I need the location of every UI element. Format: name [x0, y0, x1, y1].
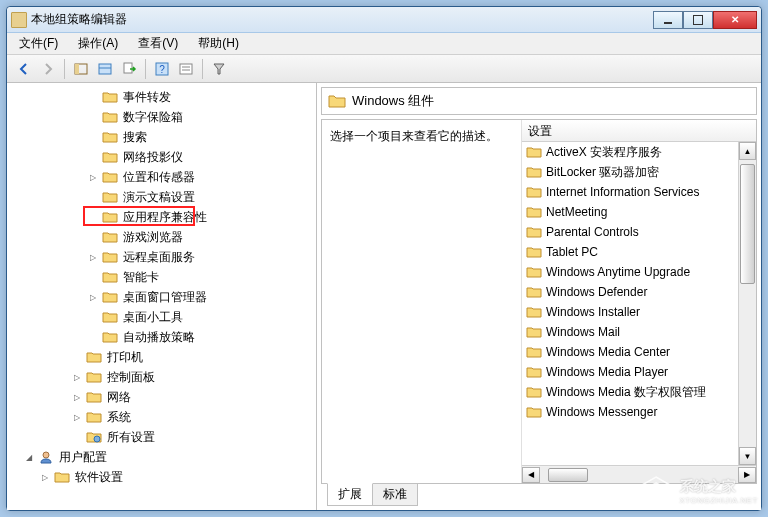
- list-item[interactable]: Windows Media Player: [522, 362, 738, 382]
- tree-label: 系统: [105, 408, 133, 427]
- minimize-button[interactable]: [653, 11, 683, 29]
- list-item[interactable]: Windows Anytime Upgrade: [522, 262, 738, 282]
- tree-label: 桌面小工具: [121, 308, 185, 327]
- tree-label: 网络投影仪: [121, 148, 185, 167]
- properties-button[interactable]: [175, 58, 197, 80]
- description-prompt: 选择一个项目来查看它的描述。: [330, 129, 498, 143]
- tree-expander[interactable]: [87, 111, 99, 123]
- tab-standard[interactable]: 标准: [372, 484, 418, 506]
- tree-item[interactable]: 所有设置: [7, 427, 316, 447]
- tree-item[interactable]: 演示文稿设置: [7, 187, 316, 207]
- menu-view[interactable]: 查看(V): [132, 33, 184, 54]
- tree-label: 远程桌面服务: [121, 248, 197, 267]
- list-item[interactable]: BitLocker 驱动器加密: [522, 162, 738, 182]
- list-item-label: Parental Controls: [546, 225, 639, 239]
- tree-item[interactable]: 搜索: [7, 127, 316, 147]
- tree-expander[interactable]: ◢: [23, 451, 35, 463]
- tree-expander[interactable]: ▷: [71, 411, 83, 423]
- list-item[interactable]: Tablet PC: [522, 242, 738, 262]
- horizontal-scrollbar[interactable]: ◀ ▶: [522, 465, 756, 483]
- tree-expander[interactable]: ▷: [87, 171, 99, 183]
- list-item[interactable]: Windows Mail: [522, 322, 738, 342]
- list-item[interactable]: Windows Media Center: [522, 342, 738, 362]
- scroll-thumb[interactable]: [740, 164, 755, 284]
- tree-item[interactable]: ▷网络: [7, 387, 316, 407]
- list-item[interactable]: Windows Messenger: [522, 402, 738, 422]
- tree-expander[interactable]: ▷: [71, 371, 83, 383]
- tree-item[interactable]: 自动播放策略: [7, 327, 316, 347]
- tree-item[interactable]: ▷位置和传感器: [7, 167, 316, 187]
- tree-item[interactable]: 数字保险箱: [7, 107, 316, 127]
- scroll-track[interactable]: [739, 160, 756, 447]
- scroll-thumb[interactable]: [548, 468, 588, 482]
- tree-expander[interactable]: [87, 131, 99, 143]
- list-item-label: Windows Media 数字权限管理: [546, 384, 706, 401]
- tree-item[interactable]: 智能卡: [7, 267, 316, 287]
- tree-expander[interactable]: [87, 151, 99, 163]
- list-item[interactable]: Windows Defender: [522, 282, 738, 302]
- tree-expander[interactable]: [87, 91, 99, 103]
- tree-expander[interactable]: [87, 211, 99, 223]
- menu-action[interactable]: 操作(A): [72, 33, 124, 54]
- settings-list[interactable]: ActiveX 安装程序服务BitLocker 驱动器加密Internet In…: [522, 142, 738, 465]
- tree-expander[interactable]: ▷: [87, 251, 99, 263]
- tree-label: 软件设置: [73, 468, 125, 487]
- tree-item[interactable]: 事件转发: [7, 87, 316, 107]
- tree-expander[interactable]: [87, 231, 99, 243]
- details-button[interactable]: [94, 58, 116, 80]
- vertical-scrollbar[interactable]: ▲ ▼: [738, 142, 756, 465]
- list-item[interactable]: NetMeeting: [522, 202, 738, 222]
- menu-file[interactable]: 文件(F): [13, 33, 64, 54]
- tree-item[interactable]: 打印机: [7, 347, 316, 367]
- list-item[interactable]: Parental Controls: [522, 222, 738, 242]
- scroll-down-button[interactable]: ▼: [739, 447, 756, 465]
- tree-expander[interactable]: [87, 271, 99, 283]
- tree-item[interactable]: ▷远程桌面服务: [7, 247, 316, 267]
- tree-label: 所有设置: [105, 428, 157, 447]
- help-button[interactable]: ?: [151, 58, 173, 80]
- tree-expander[interactable]: [87, 191, 99, 203]
- tree-expander[interactable]: ▷: [87, 291, 99, 303]
- tree-item[interactable]: ▷软件设置: [7, 467, 316, 487]
- tree-expander[interactable]: ▷: [71, 391, 83, 403]
- content-title: Windows 组件: [352, 92, 434, 110]
- tree-expander[interactable]: [87, 311, 99, 323]
- scroll-left-button[interactable]: ◀: [522, 467, 540, 483]
- tree-pane[interactable]: 事件转发数字保险箱搜索网络投影仪▷位置和传感器演示文稿设置应用程序兼容性游戏浏览…: [7, 83, 317, 510]
- maximize-button[interactable]: [683, 11, 713, 29]
- filter-button[interactable]: [208, 58, 230, 80]
- back-button[interactable]: [13, 58, 35, 80]
- tree-expander[interactable]: ▷: [39, 471, 51, 483]
- tree-item[interactable]: 网络投影仪: [7, 147, 316, 167]
- scroll-right-button[interactable]: ▶: [738, 467, 756, 483]
- scroll-track[interactable]: [540, 467, 738, 483]
- tree-item[interactable]: ▷系统: [7, 407, 316, 427]
- svg-point-11: [43, 452, 49, 458]
- list-item[interactable]: Windows Media 数字权限管理: [522, 382, 738, 402]
- close-button[interactable]: [713, 11, 757, 29]
- tree-expander[interactable]: [71, 431, 83, 443]
- scroll-up-button[interactable]: ▲: [739, 142, 756, 160]
- list-item-label: Windows Anytime Upgrade: [546, 265, 690, 279]
- tree-expander[interactable]: [87, 331, 99, 343]
- titlebar[interactable]: 本地组策略编辑器: [7, 7, 761, 33]
- tab-extended[interactable]: 扩展: [327, 483, 373, 506]
- export-button[interactable]: [118, 58, 140, 80]
- forward-button[interactable]: [37, 58, 59, 80]
- list-item-label: NetMeeting: [546, 205, 607, 219]
- show-tree-button[interactable]: [70, 58, 92, 80]
- tree: 事件转发数字保险箱搜索网络投影仪▷位置和传感器演示文稿设置应用程序兼容性游戏浏览…: [7, 87, 316, 487]
- column-header-settings[interactable]: 设置: [522, 120, 756, 142]
- list-item[interactable]: Internet Information Services: [522, 182, 738, 202]
- tree-item[interactable]: 桌面小工具: [7, 307, 316, 327]
- tree-item[interactable]: ▷桌面窗口管理器: [7, 287, 316, 307]
- list-item[interactable]: ActiveX 安装程序服务: [522, 142, 738, 162]
- tree-expander[interactable]: [71, 351, 83, 363]
- tree-item[interactable]: ◢用户配置: [7, 447, 316, 467]
- menu-help[interactable]: 帮助(H): [192, 33, 245, 54]
- list-item[interactable]: Windows Installer: [522, 302, 738, 322]
- tree-item[interactable]: 应用程序兼容性: [7, 207, 316, 227]
- tree-item[interactable]: 游戏浏览器: [7, 227, 316, 247]
- tree-item[interactable]: ▷控制面板: [7, 367, 316, 387]
- window-controls: [653, 11, 757, 29]
